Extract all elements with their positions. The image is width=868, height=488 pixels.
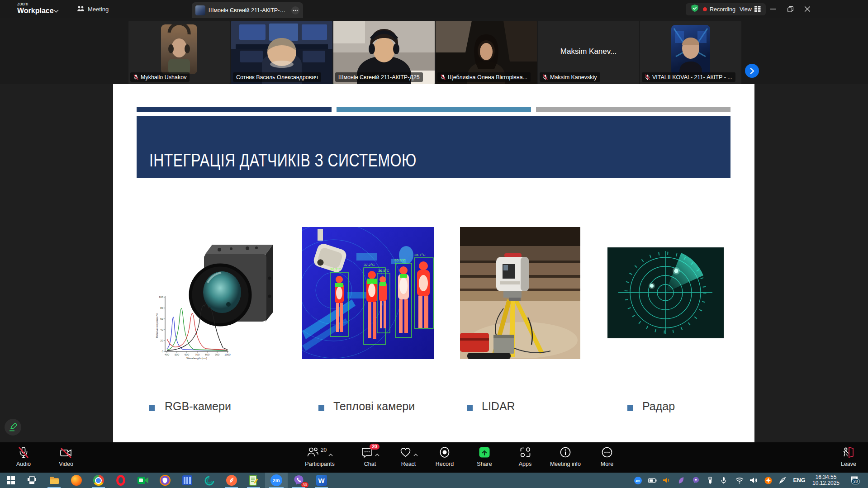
tray-zoom-icon[interactable]: zm [631,473,644,488]
notification-center-icon[interactable]: 28 [845,473,863,488]
slide-accent-bar-teal [337,107,531,112]
tab-title: Шмонін Євгеній 211-АКІТР-Д25 [209,7,288,14]
participant-tile[interactable]: Maksim Kanev... Maksim Kanevskiy [538,21,639,84]
participant-nameplate: Mykhailo Ushakov [130,72,190,82]
viber-icon[interactable]: 30 [288,473,309,488]
battery-icon[interactable] [646,473,659,488]
participants-chevron[interactable] [328,450,333,458]
annotate-pencil-button[interactable] [5,419,21,436]
audio-button[interactable]: Audio [8,446,39,467]
security-shield-icon[interactable] [691,4,699,14]
next-page-arrow-button[interactable] [745,64,759,78]
rgb-camera-image: 400 500 600 700 800 900 1000 Wavelength … [152,228,280,360]
svg-text:37.2°C: 37.2°C [364,263,375,267]
svg-text:36.9°C: 36.9°C [394,258,406,262]
participant-nameplate: VITALII KOVAL- 211- АКІТР - ... [642,72,735,82]
participants-strip: Mykhailo Ushakov Сотник Василь Олександр [0,18,868,84]
participants-button[interactable]: 20 Participants [295,446,345,467]
view-grid-icon [754,6,761,13]
shared-screen-area: ІНТЕГРАЦІЯ ДАТЧИКІВ З СИСТЕМОЮ [0,84,868,442]
recording-indicator[interactable]: Recording [703,6,735,13]
participant-nameplate: Maksim Kanevskiy [540,72,600,82]
participant-display-name: Maksim Kanev... [538,47,639,56]
more-button[interactable]: More [582,446,632,467]
svg-text:800: 800 [205,353,210,356]
blue-app-icon[interactable] [176,473,198,488]
participant-tile[interactable]: VITALII KOVAL- 211- АКІТР - ... [640,21,741,84]
opera-icon[interactable] [110,473,131,488]
tab-active-participant[interactable]: Шмонін Євгеній 211-АКІТР-Д25 [192,2,303,18]
zoom-workplace-window: zoom Workplace Meeting Шмонін Євгеній 21… [0,0,868,488]
svg-text:36.3°C: 36.3°C [330,267,342,271]
start-button[interactable] [0,473,21,488]
react-label: React [401,461,416,467]
chat-unread-badge: 20 [370,444,379,450]
svg-text:1000: 1000 [224,353,231,356]
participant-nameplate: Шмонін Євгеній 211-АКІТР-Д25 [335,72,423,82]
wifi-icon[interactable] [733,473,746,488]
file-explorer-icon[interactable] [43,473,65,488]
tab-meeting[interactable]: Meeting [72,0,113,18]
bullet-square [318,405,324,411]
usb-icon[interactable] [704,473,716,488]
microphone-tray-icon[interactable] [717,473,730,488]
viber-tray-icon[interactable] [689,473,702,488]
participant-tile[interactable]: Щебликіна Олена Вікторівна... [436,21,537,84]
svg-text:400: 400 [165,353,170,356]
minimize-button[interactable] [765,0,781,18]
speaker-icon[interactable] [747,473,760,488]
recording-label: Recording [710,6,735,13]
spiral-app-icon[interactable] [199,473,220,488]
logo-workplace-text: Workplace [17,7,54,14]
view-button[interactable]: View [740,6,761,13]
notepadpp-icon[interactable] [243,473,264,488]
notification-badge: 28 [851,479,859,484]
close-icon[interactable] [800,0,815,18]
participants-label: Participants [305,461,334,467]
word-icon[interactable]: W [311,473,332,488]
language-indicator[interactable]: ENG [791,473,808,488]
avast-icon[interactable] [762,473,774,488]
sensor-item-label: Радар [642,400,675,413]
participant-tile[interactable]: Mykhailo Ushakov [128,21,230,84]
people-icon [77,5,85,13]
radar-image [607,247,724,338]
taskbar-clock[interactable]: 16:34:55 10.12.2025 [809,473,843,488]
sensor-item-label: RGB-камери [165,400,231,413]
tab-menu-icon[interactable] [291,6,299,14]
leave-button[interactable]: Leave [824,446,868,467]
muted-camera-icon [59,446,73,459]
react-chevron[interactable] [413,450,418,458]
zoom-app-icon[interactable]: zm [265,473,288,488]
share-label: Share [477,461,492,467]
leaf-icon[interactable] [675,473,688,488]
participant-tile-active-speaker[interactable]: Шмонін Євгеній 211-АКІТР-Д25 [333,21,435,84]
video-button[interactable]: Video [50,446,82,467]
muted-mic-icon [18,446,29,459]
slide-accent-bar-navy [137,107,332,112]
feather-app-icon[interactable] [221,473,242,488]
chat-chevron[interactable] [375,450,379,458]
svg-text:20: 20 [160,339,163,342]
ink-pen-icon[interactable] [776,473,789,488]
shield-app-icon[interactable] [154,473,175,488]
slide-title-banner: ІНТЕГРАЦІЯ ДАТЧИКІВ З СИСТЕМОЮ [137,116,730,178]
zoom-workplace-logo: zoom Workplace [17,2,54,14]
firefox-icon[interactable] [66,473,87,488]
volume-mixer-icon[interactable] [660,473,673,488]
chrome-icon[interactable] [88,473,109,488]
more-ellipsis-icon [601,446,613,458]
participant-tile[interactable]: Сотник Василь Олександрович [231,21,332,84]
participant-name: Шмонін Євгеній 211-АКІТР-Д25 [338,74,420,81]
svg-text:40: 40 [160,328,163,331]
task-view-button[interactable] [21,473,43,488]
svg-text:100: 100 [159,296,164,298]
sensor-item-label: Теплові камери [333,400,415,413]
participant-avatar [161,24,197,74]
chevron-down-icon[interactable] [53,7,59,15]
restore-button[interactable] [783,0,798,18]
record-icon [439,446,451,458]
lidar-image [460,227,580,359]
leave-door-icon [842,446,855,458]
google-meet-icon[interactable] [132,473,153,488]
